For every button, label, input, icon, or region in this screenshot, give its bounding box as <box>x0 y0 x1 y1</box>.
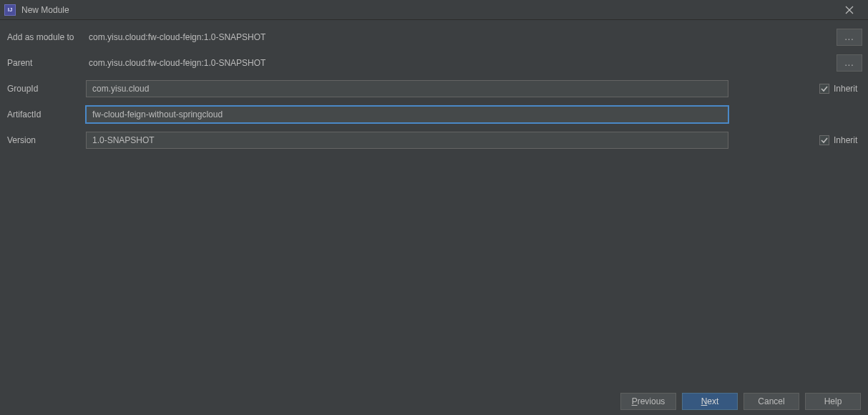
checkbox-checked-icon[interactable] <box>819 84 829 94</box>
browse-add-module-button[interactable]: ... <box>837 29 862 46</box>
row-group-id: GroupId Inherit <box>6 80 862 97</box>
inherit-version-label: Inherit <box>834 135 857 145</box>
next-button[interactable]: Next <box>682 393 738 410</box>
label-add-as-module: Add as module to <box>6 32 86 42</box>
window-title: New Module <box>21 5 835 15</box>
browse-parent-button[interactable]: ... <box>837 54 862 72</box>
inherit-version-checkbox-wrap[interactable]: Inherit <box>819 135 862 145</box>
inherit-group-checkbox-wrap[interactable]: Inherit <box>819 84 862 94</box>
footer-buttons: Previous Next Cancel Help <box>0 388 868 415</box>
value-parent: com.yisu.cloud:fw-cloud-feign:1.0-SNAPSH… <box>86 58 265 68</box>
checkbox-checked-icon[interactable] <box>819 135 829 145</box>
value-add-as-module: com.yisu.cloud:fw-cloud-feign:1.0-SNAPSH… <box>86 32 265 42</box>
label-artifact-id: ArtifactId <box>6 109 86 119</box>
label-version: Version <box>6 135 86 145</box>
groupid-input[interactable] <box>86 80 728 97</box>
app-icon: IJ <box>4 4 16 16</box>
artifactid-input[interactable] <box>86 106 728 123</box>
row-parent: Parent com.yisu.cloud:fw-cloud-feign:1.0… <box>6 54 862 72</box>
label-group-id: GroupId <box>6 84 86 94</box>
inherit-group-label: Inherit <box>834 84 857 94</box>
row-version: Version Inherit <box>6 132 862 149</box>
cancel-button[interactable]: Cancel <box>743 393 799 410</box>
form-content: Add as module to com.yisu.cloud:fw-cloud… <box>0 20 868 163</box>
label-parent: Parent <box>6 58 86 68</box>
previous-button[interactable]: Previous <box>620 393 676 410</box>
row-artifact-id: ArtifactId <box>6 106 862 123</box>
titlebar: IJ New Module <box>0 0 868 20</box>
version-input[interactable] <box>86 132 728 149</box>
close-icon[interactable] <box>835 0 864 20</box>
help-button[interactable]: Help <box>805 393 861 410</box>
row-add-as-module: Add as module to com.yisu.cloud:fw-cloud… <box>6 29 862 46</box>
